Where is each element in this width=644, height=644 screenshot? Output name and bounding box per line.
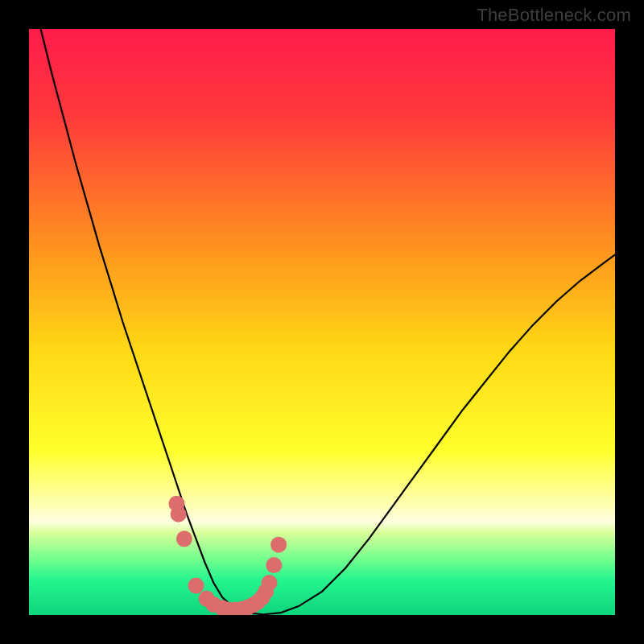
outer-frame: TheBottleneck.com: [0, 0, 644, 644]
watermark-text: TheBottleneck.com: [477, 5, 631, 26]
marker-dot: [261, 575, 277, 591]
plot-area: [29, 29, 615, 615]
marker-dot: [188, 578, 204, 594]
marker-dot: [266, 557, 282, 573]
marker-layer: [168, 496, 287, 615]
marker-dot: [270, 537, 287, 553]
bottleneck-curve: [41, 29, 615, 614]
chart-svg: [29, 29, 615, 615]
marker-dot: [171, 506, 187, 522]
marker-dot: [176, 530, 192, 547]
